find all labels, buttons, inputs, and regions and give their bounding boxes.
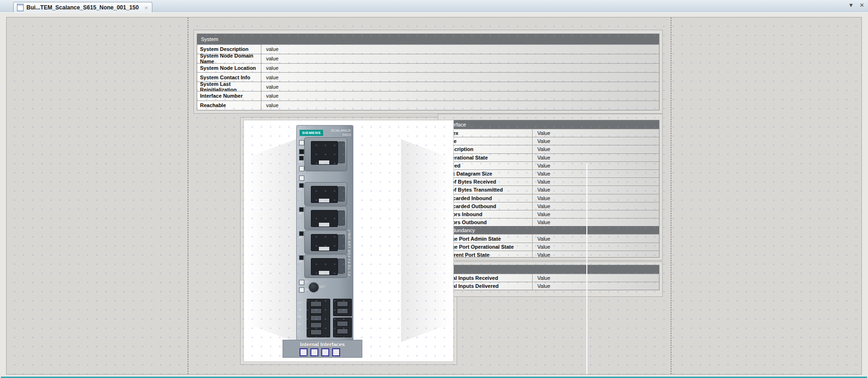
model-line2: S615 bbox=[331, 133, 351, 137]
row-value: value bbox=[261, 64, 278, 73]
table-row: SpeedValue bbox=[442, 161, 659, 169]
rj45-socket bbox=[311, 258, 338, 275]
rj45-port-p3 bbox=[304, 230, 347, 254]
row-label: Reachable bbox=[197, 101, 261, 110]
row-value: Value bbox=[533, 178, 550, 185]
row-value: Value bbox=[533, 137, 550, 145]
redundancy-table-header: Redundancy bbox=[442, 226, 659, 234]
system-table[interactable]: System System Descriptionvalue System No… bbox=[197, 34, 659, 110]
row-label: Operational State bbox=[442, 154, 533, 161]
row-label: System Contact Info bbox=[197, 73, 261, 82]
lan-only-note: P1 TO P4 FOR LAN ONLY bbox=[348, 195, 351, 276]
p2-led bbox=[299, 207, 304, 212]
row-label: Errors Outbound bbox=[442, 218, 533, 226]
device-body: SIEMENS SCALANCE S615 F L P5 bbox=[296, 125, 353, 342]
row-value: Value bbox=[533, 154, 550, 161]
status-led-2 bbox=[299, 176, 304, 181]
row-label: Errors Inbound bbox=[442, 210, 533, 218]
terminal-pin bbox=[337, 328, 348, 334]
tab-title: Bui...TEM_Scalance_S615_None_001_150 bbox=[26, 4, 139, 11]
table-row: Errors InboundValue bbox=[442, 210, 659, 218]
table-row: System Last Reinitializationvalue bbox=[197, 82, 659, 91]
internal-interfaces-panel: Internal Interfaces bbox=[283, 340, 362, 358]
faceplate-right-dashed-border bbox=[671, 17, 671, 374]
di-led bbox=[299, 280, 304, 285]
ip-table[interactable]: IP Total Inputs ReceivedValue Total Inpu… bbox=[442, 265, 659, 290]
row-value: value bbox=[261, 45, 278, 54]
rj45-socket bbox=[311, 210, 338, 227]
rj45-socket bbox=[311, 186, 338, 203]
terminal-pin bbox=[310, 322, 322, 328]
table-row: DescriptionValue bbox=[442, 145, 659, 153]
terminal-label-m1: M1 bbox=[298, 308, 301, 311]
row-label: Discarded Outbound bbox=[442, 202, 533, 210]
row-value: Value bbox=[533, 145, 550, 153]
editor-tab-bar: Bui...TEM_Scalance_S615_None_001_150 × ▼… bbox=[0, 0, 868, 13]
row-value: Value bbox=[533, 218, 550, 226]
row-label: Index bbox=[442, 129, 533, 137]
table-row: IndexValue bbox=[442, 129, 659, 137]
terminal-pin bbox=[337, 321, 348, 327]
terminal-label-l1: L1+ bbox=[298, 301, 302, 304]
table-row: System Node Locationvalue bbox=[197, 63, 659, 73]
row-value: Value bbox=[533, 282, 550, 290]
row-label: System Node Domain Name bbox=[197, 54, 261, 63]
row-value: Value bbox=[533, 235, 550, 242]
do-led bbox=[299, 287, 304, 293]
p3-port-label: P3 bbox=[299, 236, 302, 239]
row-label: N. of Bytes Received bbox=[442, 178, 533, 185]
row-label: Description bbox=[442, 145, 533, 153]
tab-close-icon[interactable]: × bbox=[144, 4, 148, 11]
interface-table[interactable]: Interface IndexValue TypeValue Descripti… bbox=[442, 120, 659, 258]
row-label: Edge Port Operational State bbox=[442, 243, 533, 251]
editor-close-icon[interactable]: ✕ bbox=[860, 2, 864, 8]
table-row: Discarded InboundValue bbox=[442, 194, 659, 202]
guide-line[interactable] bbox=[586, 163, 587, 374]
row-label: System Last Reinitialization bbox=[197, 82, 261, 91]
row-label: Discarded Inbound bbox=[442, 194, 533, 202]
row-value: value bbox=[261, 101, 278, 110]
terminal-label-m2: M2 bbox=[298, 315, 301, 318]
table-row: Edge Port Admin StateValue bbox=[442, 234, 659, 242]
rj45-socket bbox=[311, 234, 338, 251]
system-table-header: System bbox=[197, 34, 659, 44]
row-value: Value bbox=[533, 186, 550, 193]
row-label: Total Inputs Received bbox=[442, 274, 533, 282]
port-latch bbox=[338, 259, 345, 274]
model-line1: SCALANCE bbox=[331, 128, 351, 133]
faceplate-left-dashed-border bbox=[188, 17, 188, 374]
internal-interface-square-4 bbox=[332, 348, 340, 356]
row-label: N. of Bytes Transmitted bbox=[442, 186, 533, 193]
row-label: Speed bbox=[442, 162, 533, 169]
p1-port-label: P1 bbox=[299, 188, 302, 191]
port-latch bbox=[338, 235, 345, 250]
row-value: value bbox=[261, 92, 278, 101]
row-value: Value bbox=[533, 129, 550, 137]
p4-led bbox=[299, 255, 304, 260]
row-label: System Node Location bbox=[197, 64, 261, 73]
terminal-pin bbox=[337, 308, 348, 314]
table-row: Discarded OutboundValue bbox=[442, 202, 659, 210]
row-label: Edge Port Admin State bbox=[442, 235, 533, 242]
editor-menu-icon[interactable]: ▼ bbox=[848, 2, 854, 8]
siemens-logo: SIEMENS bbox=[300, 130, 323, 136]
row-value: Value bbox=[533, 162, 550, 169]
table-row: Total Inputs DeliveredValue bbox=[442, 282, 659, 290]
p2-port-label: P2 bbox=[299, 212, 302, 215]
faceplate-editor-window: Bui...TEM_Scalance_S615_None_001_150 × ▼… bbox=[0, 0, 868, 378]
row-value: Value bbox=[533, 251, 550, 259]
set-button-label: SET bbox=[319, 285, 326, 288]
di-terminal-block bbox=[333, 299, 352, 316]
row-label: Interface Number bbox=[197, 92, 261, 101]
scalance-device-image[interactable]: SIEMENS SCALANCE S615 F L P5 bbox=[243, 120, 454, 362]
table-row: Total Inputs ReceivedValue bbox=[442, 274, 659, 282]
device-shadow-right bbox=[401, 139, 451, 342]
internal-interface-square-1 bbox=[300, 348, 308, 356]
row-label: Type bbox=[442, 137, 533, 145]
terminal-pin bbox=[310, 301, 322, 307]
rj45-port-p1 bbox=[304, 182, 347, 206]
design-canvas[interactable]: System System Descriptionvalue System No… bbox=[6, 17, 862, 375]
tab-faceplate[interactable]: Bui...TEM_Scalance_S615_None_001_150 × bbox=[13, 2, 152, 13]
table-row: System Contact Infovalue bbox=[197, 72, 659, 82]
table-row: System Descriptionvalue bbox=[197, 44, 659, 54]
